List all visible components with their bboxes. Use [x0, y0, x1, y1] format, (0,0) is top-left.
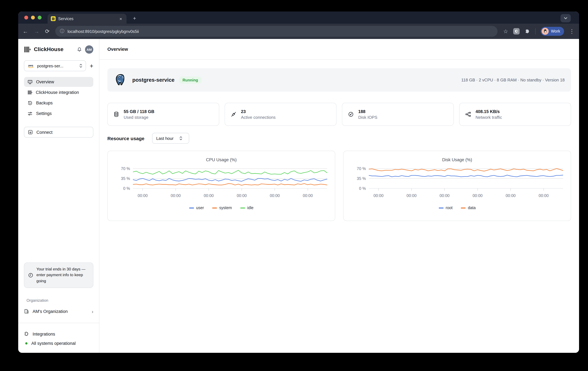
service-name: postgres-service	[132, 77, 175, 83]
stat-value: 23	[241, 109, 276, 114]
back-button[interactable]: ←	[23, 29, 28, 34]
browser-window: Services × + ← → ⟳ ⓘ localhost:8910/post…	[18, 11, 579, 353]
status-badge: Running	[179, 76, 201, 83]
svg-text:00:00: 00:00	[270, 193, 280, 198]
address-bar[interactable]: ⓘ localhost:8910/postgres/pgkybgnv0s5ii	[55, 26, 498, 37]
notifications-bell-icon[interactable]	[77, 47, 82, 52]
extensions-puzzle-icon[interactable]	[525, 29, 530, 34]
chevron-right-icon: ›	[92, 309, 93, 314]
legend-item-user[interactable]: user	[189, 206, 204, 210]
bookmark-star-icon[interactable]: ☆	[503, 29, 508, 34]
legend-item-system[interactable]: system	[212, 206, 232, 210]
system-status-row[interactable]: All systems operational	[24, 339, 93, 347]
series-line-root	[369, 175, 563, 177]
select-updown-icon	[79, 63, 83, 68]
minimize-window-button[interactable]	[31, 16, 35, 20]
series-line-user	[133, 179, 327, 181]
chart-legend: usersystemidle	[108, 206, 335, 210]
toolbar-divider	[535, 28, 536, 34]
svg-text:00:00: 00:00	[374, 193, 384, 198]
sidebar-item-label: Overview	[36, 80, 54, 84]
svg-text:00:00: 00:00	[440, 193, 450, 198]
svg-text:00:00: 00:00	[303, 193, 313, 198]
forward-button[interactable]: →	[34, 29, 39, 34]
service-hero-card: postgres-service Running 118 GB · 2 vCPU…	[107, 68, 571, 92]
aws-logo-icon: aws	[28, 63, 34, 68]
svg-text:00:00: 00:00	[539, 193, 549, 198]
app-body: ClickHouse AM aws postgres-ser... +	[18, 39, 579, 353]
stat-label: Network traffic	[475, 115, 502, 120]
browser-menu-icon[interactable]: ⋮	[569, 29, 575, 34]
time-range-select[interactable]: Last hour	[152, 133, 189, 144]
integrations-link[interactable]: Integrations	[24, 330, 93, 338]
cable-icon	[231, 111, 236, 117]
series-line-data	[369, 169, 563, 171]
stat-card-active-connections: 23Active connections	[225, 103, 336, 126]
brand-name: ClickHouse	[34, 46, 74, 53]
tab-strip: Services × +	[18, 11, 579, 24]
legend-item-idle[interactable]: idle	[240, 206, 253, 210]
main-area: Overview postgres-service Running	[99, 39, 579, 353]
tab-search-chevron-button[interactable]	[560, 14, 571, 22]
sidebar-item-clickhouse-integration[interactable]: ClickHouse integration	[24, 88, 93, 97]
tab-close-icon[interactable]: ×	[118, 16, 123, 21]
organization-building-icon	[24, 309, 29, 314]
connect-icon	[28, 130, 33, 135]
sidebar-nav: Overview ClickHouse integration Backups …	[24, 77, 93, 119]
service-selector-row: aws postgres-ser... +	[24, 60, 93, 71]
cpu-usage-chart-card: CPU Usage (%) 0 %35 %70 %00:0000:0000:00…	[107, 151, 335, 221]
stat-value: 408.15 KB/s	[475, 109, 502, 114]
stat-value: 188	[358, 109, 378, 114]
integrations-label: Integrations	[32, 331, 55, 336]
page-header: Overview	[99, 39, 579, 60]
axes: 0 %35 %70 %00:0000:0000:0000:0000:0000:0…	[357, 166, 563, 198]
svg-text:0 %: 0 %	[359, 186, 366, 191]
sidebar-divider	[18, 323, 99, 323]
clickhouse-logo-icon	[24, 46, 31, 53]
close-window-button[interactable]	[24, 16, 28, 20]
stat-label: Disk IOPS	[358, 115, 378, 120]
user-avatar[interactable]: AM	[85, 45, 93, 54]
service-selector[interactable]: aws postgres-ser...	[24, 60, 86, 71]
new-tab-button[interactable]: +	[130, 15, 139, 24]
legend-item-root[interactable]: root	[439, 206, 452, 210]
svg-text:00:00: 00:00	[138, 193, 148, 198]
page-content: postgres-service Running 118 GB · 2 vCPU…	[99, 60, 579, 221]
sidebar-item-backups[interactable]: Backups	[24, 98, 93, 108]
brand-row: ClickHouse AM	[24, 44, 93, 55]
window-controls	[24, 16, 42, 20]
svg-text:00:00: 00:00	[237, 193, 247, 198]
charts-row: CPU Usage (%) 0 %35 %70 %00:0000:0000:00…	[107, 151, 571, 221]
legend-swatch	[189, 207, 194, 208]
toolbar-right: ☆ Work ⋮	[503, 27, 575, 36]
add-service-button[interactable]: +	[90, 63, 93, 69]
svg-text:35 %: 35 %	[121, 176, 130, 181]
backups-history-icon	[28, 100, 32, 106]
sidebar-item-settings[interactable]: Settings	[24, 109, 93, 119]
legend-label: root	[446, 206, 452, 210]
reload-button[interactable]: ⟳	[45, 29, 50, 34]
sidebar-item-label: Settings	[36, 111, 52, 116]
site-info-icon[interactable]: ⓘ	[60, 28, 64, 34]
service-selector-value: postgres-ser...	[37, 63, 77, 68]
svg-text:00:00: 00:00	[171, 193, 181, 198]
svg-text:00:00: 00:00	[407, 193, 417, 198]
profile-button[interactable]: Work	[541, 27, 564, 36]
shield-extension-icon[interactable]	[513, 28, 520, 34]
sidebar-item-label: ClickHouse integration	[36, 90, 79, 95]
screen: Services × + ← → ⟳ ⓘ localhost:8910/post…	[0, 0, 588, 371]
trial-notice-card[interactable]: Your trial ends in 30 days — enter payme…	[24, 262, 93, 288]
legend-item-data[interactable]: data	[461, 206, 476, 210]
profile-avatar	[542, 28, 549, 35]
stat-card-network-traffic: 408.15 KB/sNetwork traffic	[459, 103, 571, 126]
network-nodes-icon	[465, 111, 471, 117]
zoom-window-button[interactable]	[38, 16, 42, 20]
tab-services[interactable]: Services ×	[48, 14, 126, 24]
sidebar-item-overview[interactable]: Overview	[24, 77, 93, 87]
clickhouse-bars-icon	[28, 90, 32, 95]
settings-sliders-icon	[28, 111, 32, 116]
connect-button[interactable]: Connect	[24, 127, 93, 138]
select-updown-icon	[179, 136, 182, 140]
resource-usage-row: Resource usage Last hour	[107, 133, 571, 144]
organization-row[interactable]: AM's Organization ›	[24, 307, 93, 316]
